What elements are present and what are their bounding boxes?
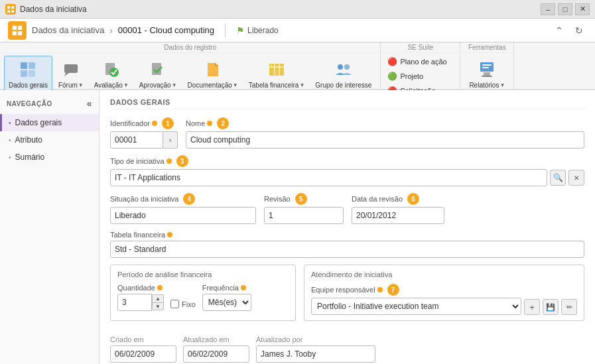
sidebar-label-sumario: Sumário: [15, 152, 45, 162]
main-area: NAVEGAÇÃO « • Dados gerais • Atributo • …: [0, 90, 595, 364]
equipe-save-btn[interactable]: 💾: [543, 299, 559, 315]
relatorios-arrow: ▼: [499, 82, 505, 88]
tipo-input-wrapper: 🔍 ✕: [110, 169, 584, 186]
toolbar-forum-btn[interactable]: Fórum ▼: [54, 56, 88, 92]
revisao-input[interactable]: [264, 207, 344, 224]
sidebar-label-atributo: Atributo: [15, 135, 42, 145]
relatorios-icon: [476, 59, 497, 80]
req-dot-quantidade: [157, 285, 163, 290]
avaliacao-label: Avaliação: [94, 82, 123, 89]
equipe-select[interactable]: Portfolio - Initiative execution team: [311, 298, 521, 315]
toolbar-ferramentas-items: Relatórios ▼: [460, 53, 513, 95]
svg-point-22: [338, 64, 343, 70]
nav-prev-btn[interactable]: ⌃: [551, 23, 567, 38]
sidebar-collapse-btn[interactable]: «: [87, 98, 92, 109]
maximize-btn[interactable]: □: [558, 3, 572, 15]
forum-arrow: ▼: [78, 82, 84, 88]
tabela-arrow: ▼: [299, 82, 304, 88]
quantidade-down-btn[interactable]: ▼: [152, 302, 164, 310]
svg-rect-2: [7, 10, 10, 13]
group-nome: Nome 2: [186, 117, 584, 149]
period-box: Período de análise financeira Quantidade…: [110, 265, 296, 321]
plano-icon: 🔴: [387, 57, 397, 66]
toolbar-plano-btn[interactable]: 🔴 Plano de ação: [385, 56, 449, 68]
toolbar: Dados do registro Dados gerais: [0, 42, 595, 90]
tipo-search-btn[interactable]: 🔍: [550, 170, 566, 186]
minimize-btn[interactable]: –: [541, 3, 555, 15]
tipo-input[interactable]: [110, 169, 547, 186]
toolbar-dados-gerais-btn[interactable]: Dados gerais: [4, 56, 52, 92]
relatorios-label: Relatórios: [469, 82, 499, 89]
step-6-badge: 6: [407, 193, 419, 205]
fixo-checkbox[interactable]: [170, 300, 179, 308]
sidebar-header: NAVEGAÇÃO «: [0, 95, 99, 114]
data-revisao-label: Data da revisão 6: [352, 193, 444, 205]
forum-label: Fórum: [58, 82, 78, 89]
status-icon: ⚑: [236, 25, 245, 36]
window-controls[interactable]: – □ ✕: [541, 3, 590, 15]
toolbar-aprovacao-btn[interactable]: Aprovação ▼: [135, 56, 182, 92]
sidebar-item-atributo[interactable]: • Atributo: [0, 131, 99, 149]
revisao-label: Revisão 5: [264, 193, 344, 205]
toolbar-relatorios-btn[interactable]: Relatórios ▼: [464, 56, 509, 92]
situacao-input[interactable]: [110, 207, 256, 224]
row-tabela: Tabela financeira: [110, 231, 584, 258]
toolbar-grupo-btn[interactable]: Grupo de interesse: [310, 56, 376, 92]
nome-input[interactable]: [186, 131, 584, 149]
toolbar-sesuite-group: SE Suite 🔴 Plano de ação 🟢 Projeto 🔴 Sol…: [381, 42, 460, 89]
breadcrumb-app-icon: [8, 21, 27, 40]
situacao-label: Situação da iniciativa 4: [110, 193, 256, 205]
fixo-label: Fixo: [182, 300, 196, 308]
quantidade-input[interactable]: [117, 294, 152, 311]
documentacao-icon: [202, 59, 224, 80]
group-tabela: Tabela financeira: [110, 231, 584, 258]
quantidade-up-btn[interactable]: ▲: [152, 294, 164, 302]
req-dot-equipe: [377, 287, 383, 292]
tipo-clear-btn[interactable]: ✕: [568, 170, 584, 186]
tabela-input[interactable]: [110, 241, 584, 258]
refresh-btn[interactable]: ↻: [571, 23, 587, 38]
tabela-label: Tabela financeira: [110, 231, 584, 239]
app-icon: [5, 4, 16, 15]
frequencia-select[interactable]: Mês(es) Ano(s) Dia(s): [202, 294, 251, 311]
content-area: DADOS GERAIS Identificador 1 › Nome 2: [99, 90, 595, 364]
svg-rect-3: [11, 10, 14, 13]
sidebar-label-dados-gerais: Dados gerais: [15, 118, 62, 127]
equipe-edit-btn[interactable]: ✏: [561, 299, 577, 315]
frequencia-label: Frequência: [202, 284, 251, 292]
sidebar-dot-sumario: •: [9, 154, 11, 161]
svg-rect-5: [18, 25, 22, 29]
toolbar-ferramentas-group: Ferramentas Relatórios ▼: [460, 42, 514, 89]
breadcrumb-actions: ⌃ ↻: [551, 23, 587, 38]
documentacao-label: Documentação: [188, 82, 232, 89]
sidebar-item-sumario[interactable]: • Sumário: [0, 149, 99, 166]
svg-rect-8: [21, 62, 27, 69]
tabela-icon: $: [266, 59, 287, 80]
row-period-atendimento: Período de análise financeira Quantidade…: [110, 265, 584, 328]
toolbar-projeto-btn[interactable]: 🟢 Projeto: [385, 70, 426, 82]
tabela-label: Tabela financeira: [249, 82, 299, 89]
step-3-badge: 3: [176, 155, 188, 167]
grupo-label: Grupo de interesse: [315, 82, 371, 89]
equipe-row: Portfolio - Initiative execution team + …: [311, 298, 577, 315]
req-dot-tipo: [166, 158, 172, 164]
plano-label: Plano de ação: [400, 58, 446, 66]
identificador-input[interactable]: [110, 131, 163, 149]
avaliacao-icon: [101, 59, 122, 80]
breadcrumb-record: 00001 - Cloud computing: [118, 25, 214, 35]
sidebar-item-dados-gerais[interactable]: • Dados gerais: [0, 114, 99, 131]
nome-label: Nome 2: [186, 117, 584, 129]
section-title: DADOS GERAIS: [110, 98, 584, 109]
identificador-nav-btn[interactable]: ›: [163, 131, 178, 149]
identificador-input-group: ›: [110, 131, 178, 149]
dados-gerais-icon: [17, 59, 38, 80]
toolbar-documentacao-btn[interactable]: Documentação ▼: [183, 56, 243, 92]
data-revisao-input[interactable]: [352, 207, 444, 224]
toolbar-tabela-btn[interactable]: $ Tabela financeira ▼: [244, 56, 310, 92]
svg-rect-28: [482, 76, 492, 77]
equipe-add-btn[interactable]: +: [524, 299, 540, 315]
toolbar-avaliacao-btn[interactable]: Avaliação ▼: [90, 56, 133, 92]
documentacao-arrow: ▼: [233, 82, 238, 88]
svg-marker-13: [64, 73, 69, 76]
close-btn[interactable]: ✕: [575, 3, 590, 15]
